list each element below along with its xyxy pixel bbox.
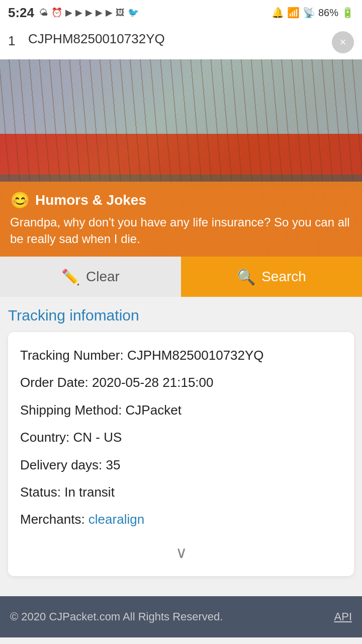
tracking-card: Tracking Number: CJPHM8250010732YQ Order…: [8, 332, 354, 576]
status-value: In transit: [64, 485, 115, 500]
youtube-icon-1: ▶: [65, 7, 72, 18]
youtube-icon-2: ▶: [75, 7, 82, 18]
ad-title-text: Humors & Jokes: [35, 192, 146, 208]
main-content: Tracking infomation Tracking Number: CJP…: [0, 297, 362, 586]
footer-copyright: © 2020 CJPacket.com All Rights Reserved.: [10, 610, 223, 623]
ad-title-row: 😊 Humors & Jokes: [10, 191, 352, 210]
country-label: Country:: [20, 430, 73, 445]
youtube-icon-5: ▶: [106, 7, 113, 18]
ad-emoji-icon: 😊: [10, 191, 30, 210]
action-buttons: ✏️ Clear 🔍 Search: [0, 257, 362, 297]
tracking-input[interactable]: [28, 31, 327, 47]
hero-area: 1 × 😊 Humors & Jokes Grandpa, why don't …: [0, 25, 362, 297]
status-label: Status:: [20, 485, 64, 500]
tracking-number-value: CJPHM8250010732YQ: [127, 348, 264, 363]
eraser-icon: ✏️: [61, 268, 80, 286]
status-bar: 5:24 🌤 ⏰ ▶ ▶ ▶ ▶ ▶ 🖼 🐦 🔔 📶 📡 86% 🔋: [0, 0, 362, 25]
tracking-number-row: Tracking Number: CJPHM8250010732YQ: [20, 346, 342, 364]
expand-button-area[interactable]: ∨: [20, 538, 342, 562]
tracking-number-label: Tracking Number:: [20, 348, 127, 363]
country-value: CN - US: [73, 430, 122, 445]
chevron-down-icon[interactable]: ∨: [175, 543, 187, 562]
footer: © 2020 CJPacket.com All Rights Reserved.…: [0, 596, 362, 637]
shipping-method-row: Shipping Method: CJPacket: [20, 401, 342, 419]
search-icon: 🔍: [237, 268, 255, 286]
ad-body-text: Grandpa, why don't you have any life ins…: [10, 214, 352, 248]
country-row: Country: CN - US: [20, 428, 342, 446]
ad-banner: 😊 Humors & Jokes Grandpa, why don't you …: [0, 182, 362, 257]
clear-button[interactable]: ✏️ Clear: [0, 257, 181, 297]
status-icons: 🌤 ⏰ ▶ ▶ ▶ ▶ ▶ 🖼 🐦: [39, 7, 272, 18]
alarm-status-icon: 🔔: [272, 7, 284, 19]
footer-api-link[interactable]: API: [334, 610, 352, 623]
signal-icon: 📡: [303, 7, 315, 19]
search-button[interactable]: 🔍 Search: [181, 257, 362, 297]
status-row: Status: In transit: [20, 483, 342, 501]
delivery-days-value: 35: [106, 457, 121, 472]
status-right: 🔔 📶 📡 86% 🔋: [272, 7, 354, 19]
merchants-row: Merchants: clearalign: [20, 510, 342, 528]
alarm-icon: ⏰: [51, 7, 62, 18]
twitter-icon: 🐦: [128, 7, 139, 18]
clear-button-label: Clear: [86, 269, 120, 285]
clear-x-button[interactable]: ×: [332, 31, 354, 53]
search-box-area: 1 ×: [0, 25, 362, 59]
merchant-link[interactable]: clearalign: [88, 512, 144, 527]
shipping-method-value: CJPacket: [126, 403, 182, 418]
wifi-icon: 📶: [287, 7, 300, 19]
section-title: Tracking infomation: [8, 307, 354, 324]
shipping-method-label: Shipping Method:: [20, 403, 126, 418]
order-date-row: Order Date: 2020-05-28 21:15:00: [20, 373, 342, 391]
youtube-icon-3: ▶: [85, 7, 93, 18]
youtube-icon-4: ▶: [96, 7, 103, 18]
battery-text: 86%: [318, 7, 338, 19]
delivery-days-label: Delivery days:: [20, 457, 106, 472]
search-button-label: Search: [261, 269, 306, 285]
status-time: 5:24: [8, 5, 34, 21]
merchants-label: Merchants:: [20, 512, 88, 527]
delivery-days-row: Delivery days: 35: [20, 456, 342, 474]
photo-icon: 🖼: [116, 8, 125, 18]
order-date-value: 2020-05-28 21:15:00: [92, 375, 213, 390]
weather-icon: 🌤: [39, 8, 48, 18]
battery-icon: 🔋: [341, 7, 354, 19]
row-number: 1: [8, 31, 23, 49]
order-date-label: Order Date:: [20, 375, 92, 390]
clear-x-icon: ×: [340, 36, 346, 49]
